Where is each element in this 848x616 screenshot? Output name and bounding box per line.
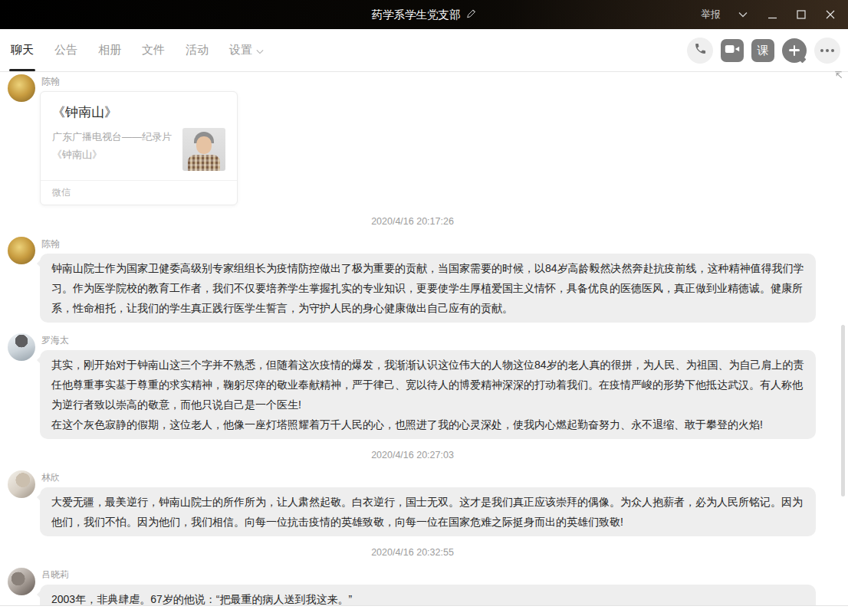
avatar[interactable] xyxy=(8,568,35,595)
message-text: 钟南山院士作为国家卫健委高级别专家组组长为疫情防控做出了极为重要的贡献，当国家需… xyxy=(51,258,804,318)
link-card-thumbnail xyxy=(182,128,225,171)
message-text: 2003年，非典肆虐。67岁的他说：“把最重的病人送到我这来。” xyxy=(51,589,804,605)
message: 吕晓莉 2003年，非典肆虐。67岁的他说：“把最重的病人送到我这来。” 202… xyxy=(8,568,817,605)
message-text: 其实，刚开始对于钟南山这三个字并不熟悉，但随着这次疫情的爆发，我渐渐认识这位伟大… xyxy=(51,355,804,414)
tab-settings-label: 设置 xyxy=(229,43,252,57)
class-button[interactable]: 课 xyxy=(751,39,774,62)
link-card-source: 微信 xyxy=(41,180,237,205)
scrollbar-thumb[interactable] xyxy=(841,325,845,496)
chat-toolbar: 课 xyxy=(687,29,848,71)
jump-to-top-icon[interactable] xyxy=(833,69,843,83)
tab-files[interactable]: 文件 xyxy=(142,29,165,71)
message-bubble[interactable]: 钟南山院士作为国家卫健委高级别专家组组长为疫情防控做出了极为重要的贡献，当国家需… xyxy=(40,254,816,323)
sender-name: 罗海太 xyxy=(41,335,816,346)
timestamp: 2020/4/16 20:32:55 xyxy=(8,547,817,558)
edit-title-icon[interactable] xyxy=(466,8,477,21)
timestamp: 2020/4/16 20:17:26 xyxy=(8,216,817,227)
input-area-divider xyxy=(0,605,848,616)
sender-name: 陈翰 xyxy=(41,238,816,249)
avatar[interactable] xyxy=(8,237,35,264)
tab-announcements-label: 公告 xyxy=(54,43,77,57)
video-call-button[interactable] xyxy=(721,39,744,62)
message: 罗海太 其实，刚开始对于钟南山这三个字并不熟悉，但随着这次疫情的爆发，我渐渐认识… xyxy=(8,333,817,439)
tab-chat-label: 聊天 xyxy=(11,43,34,57)
avatar[interactable] xyxy=(8,470,35,498)
voice-call-button[interactable] xyxy=(687,38,713,64)
message: 陈翰 《钟南山》 广东广播电视台——纪录片《钟南山》 微信 xyxy=(8,74,817,205)
tab-files-label: 文件 xyxy=(142,43,165,57)
tab-activities[interactable]: 活动 xyxy=(186,29,209,71)
close-button[interactable] xyxy=(823,8,837,21)
timestamp: 2020/4/16 20:27:03 xyxy=(8,450,817,460)
tab-announcements[interactable]: 公告 xyxy=(54,29,77,71)
phone-icon xyxy=(694,42,707,58)
message-bubble[interactable]: 大爱无疆，最美逆行，钟南山院士的所作所为，让人肃然起敬。白衣逆行，国士无双。这才… xyxy=(40,487,816,536)
ellipsis-icon xyxy=(820,49,834,52)
sender-name: 陈翰 xyxy=(41,76,238,87)
video-camera-icon xyxy=(725,43,740,58)
tab-album-label: 相册 xyxy=(98,43,121,57)
link-card-title: 《钟南山》 xyxy=(52,103,225,121)
tab-chat[interactable]: 聊天 xyxy=(11,29,34,71)
sender-name: 吕晓莉 xyxy=(41,569,816,580)
message: 林欣 大爱无疆，最美逆行，钟南山院士的所作所为，让人肃然起敬。白衣逆行，国士无双… xyxy=(8,470,817,536)
tabbar: 聊天 公告 相册 文件 活动 设置 课 xyxy=(0,29,848,72)
message-text: 大爱无疆，最美逆行，钟南山院士的所作所为，让人肃然起敬。白衣逆行，国士无双。这才… xyxy=(51,492,804,532)
more-button[interactable] xyxy=(814,38,840,64)
report-button[interactable]: 举报 xyxy=(701,8,721,21)
class-icon: 课 xyxy=(758,44,769,56)
chevron-down-icon xyxy=(256,44,264,57)
tab-album[interactable]: 相册 xyxy=(98,29,121,71)
tab-activities-label: 活动 xyxy=(186,43,209,57)
message-bubble[interactable]: 其实，刚开始对于钟南山这三个字并不熟悉，但随着这次疫情的爆发，我渐渐认识这位伟大… xyxy=(40,350,816,439)
tab-settings[interactable]: 设置 xyxy=(229,29,264,71)
minimize-button[interactable] xyxy=(765,8,779,21)
link-card-description: 广东广播电视台——纪录片《钟南山》 xyxy=(52,128,176,171)
avatar[interactable] xyxy=(8,333,35,361)
sender-name: 林欣 xyxy=(41,472,816,483)
group-title-text: 药学系学生党支部 xyxy=(372,8,461,22)
group-title: 药学系学生党支部 xyxy=(372,0,477,29)
message-bubble[interactable]: 2003年，非典肆虐。67岁的他说：“把最重的病人送到我这来。” 2020年，面… xyxy=(40,585,816,605)
titlebar-actions: 举报 xyxy=(701,0,837,29)
link-card[interactable]: 《钟南山》 广东广播电视台——纪录片《钟南山》 微信 xyxy=(40,91,238,205)
maximize-button[interactable] xyxy=(794,8,808,21)
message-text: 在这个灰色寂静的假期，这位老人，他像一座灯塔照耀着万千人民的心，也照进了我的心灵… xyxy=(51,414,804,434)
message: 陈翰 钟南山院士作为国家卫健委高级别专家组组长为疫情防控做出了极为重要的贡献，当… xyxy=(8,237,817,323)
avatar[interactable] xyxy=(8,74,35,102)
titlebar: 药学系学生党支部 举报 xyxy=(0,0,848,29)
chat-history[interactable]: 陈翰 《钟南山》 广东广播电视台——纪录片《钟南山》 微信 2020/4/16 … xyxy=(0,73,848,605)
chevron-down-icon[interactable] xyxy=(736,8,750,21)
add-button[interactable] xyxy=(782,38,807,63)
